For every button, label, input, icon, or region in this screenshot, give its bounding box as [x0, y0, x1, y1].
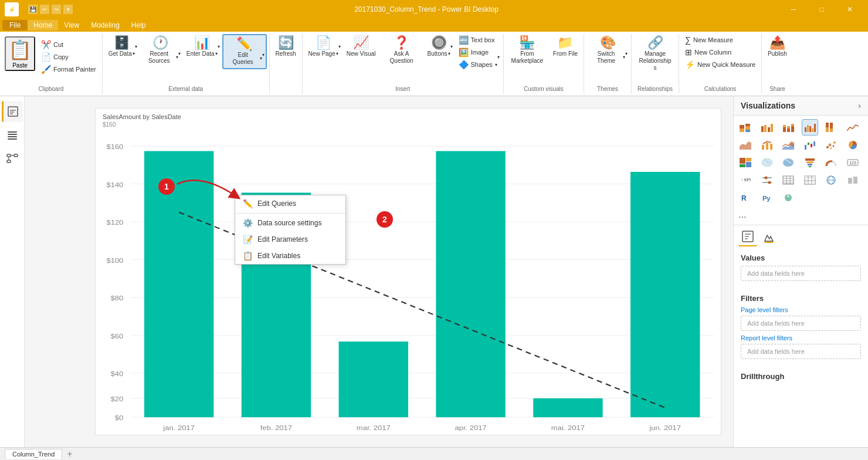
menu-home[interactable]: Home: [28, 20, 58, 31]
viz-icon-area[interactable]: [737, 137, 754, 153]
minimize-button[interactable]: ─: [780, 0, 807, 19]
viz-icon-line-col[interactable]: [759, 137, 775, 153]
viz-icon-clustered-col[interactable]: [802, 119, 818, 136]
refresh-button[interactable]: 🔄 Refresh: [272, 34, 300, 60]
new-visual-button[interactable]: 📈 New Visual: [343, 34, 379, 60]
viz-icon-filled-map[interactable]: [780, 154, 796, 171]
copy-button[interactable]: 📄 Copy: [38, 51, 100, 63]
edit-queries-dd-icon: ✏️: [242, 199, 253, 208]
cut-button[interactable]: ✂️ Cut: [38, 39, 100, 50]
sidebar-icon-report[interactable]: [2, 101, 23, 122]
undo-btn[interactable]: ↩: [40, 5, 49, 14]
svg-rect-31: [144, 151, 213, 417]
format-painter-button[interactable]: 🖌️ Format Painter: [38, 63, 100, 75]
viz-icon-scatter[interactable]: [823, 137, 839, 153]
new-column-button[interactable]: ⊞ New Column: [681, 46, 759, 58]
viz-icon-ribbon[interactable]: [780, 137, 796, 153]
textbox-button[interactable]: 🔤 Text box: [455, 34, 501, 46]
dropdown-item-edit-vars[interactable]: 📋 Edit Variables: [235, 248, 345, 264]
svg-rect-61: [809, 126, 811, 132]
get-data-button[interactable]: 🗄️ Get Data ▾: [105, 34, 138, 60]
sidebar-icon-relationships[interactable]: [2, 148, 23, 169]
menu-view[interactable]: View: [58, 20, 85, 31]
viz-icon-stacked-col[interactable]: [780, 119, 796, 136]
switch-theme-button[interactable]: 🎨 Switch Theme ▾: [586, 34, 629, 67]
format-painter-icon: 🖌️: [41, 65, 51, 74]
viz-icon-kpi[interactable]: ↑KPI: [737, 172, 754, 188]
dropdown-item-edit-queries[interactable]: ✏️ Edit Queries: [235, 195, 345, 212]
image-button[interactable]: 🖼️ Image: [455, 46, 501, 58]
viz-icon-stacked-bar[interactable]: [737, 119, 754, 136]
recent-sources-icon: 🕐: [152, 36, 168, 49]
from-file-icon: 📁: [557, 36, 573, 49]
svg-rect-46: [745, 124, 750, 126]
viz-icon-arcgis[interactable]: [780, 190, 796, 206]
viz-icon-gauge[interactable]: [823, 154, 839, 171]
viz-icon-100-stacked-col[interactable]: [823, 119, 839, 136]
viz-icon-line[interactable]: [845, 119, 861, 136]
viz-icon-clustered-bar[interactable]: [759, 119, 775, 136]
ribbon-group-themes: 🎨 Switch Theme ▾ Themes: [584, 34, 632, 93]
menu-help[interactable]: Help: [126, 20, 152, 31]
viz-icon-funnel[interactable]: [802, 154, 818, 171]
viz-icon-treemap[interactable]: [737, 154, 754, 171]
save-btn[interactable]: 💾: [28, 5, 38, 14]
viz-icon-r-visual[interactable]: R: [737, 190, 754, 206]
new-quick-measure-button[interactable]: ⚡ New Quick Measure: [681, 59, 759, 70]
viz-fields-tab[interactable]: [738, 228, 757, 246]
ask-question-button[interactable]: ❓ Ask A Question: [381, 34, 423, 67]
values-add-fields[interactable]: Add data fields here: [741, 266, 861, 281]
paste-button[interactable]: 📋 Paste: [5, 36, 35, 71]
page-level-filter-add[interactable]: Add data fields here: [741, 316, 861, 331]
viz-format-tab[interactable]: [760, 228, 778, 246]
canvas-area[interactable]: SalesAmount by SalesDate $160 $160 $140 …: [25, 96, 733, 447]
viz-icon-python[interactable]: Py: [759, 190, 775, 206]
expand-panel-button[interactable]: ›: [858, 101, 861, 110]
viz-icon-globe[interactable]: [823, 172, 839, 188]
recent-sources-button[interactable]: 🕐 Recent Sources ▾: [140, 34, 182, 67]
new-measure-button[interactable]: ∑ New Measure: [681, 34, 759, 46]
svg-rect-50: [764, 125, 767, 132]
dropdown-item-edit-params[interactable]: 📝 Edit Parameters: [235, 231, 345, 248]
page-tab-1[interactable]: Column_Trend: [5, 449, 62, 459]
more-visuals-button[interactable]: ···: [734, 209, 868, 225]
close-button[interactable]: ✕: [836, 0, 863, 19]
manage-relationships-button[interactable]: 🔗 Manage Relationships: [634, 34, 676, 74]
redo-btn[interactable]: ↪: [52, 5, 61, 14]
report-level-filter-add[interactable]: Add data fields here: [741, 344, 861, 359]
viz-icon-matrix[interactable]: [802, 172, 818, 188]
viz-icon-pie[interactable]: [845, 137, 861, 153]
viz-icon-slicer[interactable]: [759, 172, 775, 188]
maximize-button[interactable]: □: [808, 0, 835, 19]
svg-rect-62: [812, 128, 813, 132]
new-page-button[interactable]: 📄 New Page ▾: [305, 34, 342, 60]
ribbon-group-share: 📤 Publish Share: [762, 34, 793, 93]
publish-button[interactable]: 📤 Publish: [764, 34, 791, 60]
from-marketplace-button[interactable]: 🏪 From Marketplace: [506, 34, 548, 67]
back-btn[interactable]: ▾: [63, 5, 73, 14]
viz-icon-card[interactable]: 123: [845, 154, 861, 171]
get-data-icon: 🗄️: [114, 36, 130, 49]
ribbon-group-clipboard: 📋 Paste ✂️ Cut 📄 Copy: [0, 34, 103, 93]
copy-icon: 📄: [41, 52, 51, 62]
viz-icon-map[interactable]: [759, 154, 775, 171]
drillthrough-title: Drillthrough: [734, 367, 868, 383]
menu-bar: File Home View Modeling Help: [0, 19, 868, 32]
svg-rect-88: [806, 161, 813, 163]
viz-icon-waterfall[interactable]: [802, 137, 818, 153]
add-page-button[interactable]: +: [65, 449, 74, 459]
menu-modeling[interactable]: Modeling: [85, 20, 126, 31]
buttons-button[interactable]: 🔘 Buttons ▾: [424, 34, 454, 60]
svg-text:KPI: KPI: [744, 178, 751, 182]
dropdown-item-data-source[interactable]: ⚙️ Data source settings: [235, 215, 345, 231]
edit-queries-button[interactable]: ✏️ Edit Queries ▾: [222, 34, 267, 69]
shapes-button[interactable]: 🔷 Shapes ▾: [455, 59, 501, 70]
menu-file[interactable]: File: [2, 20, 28, 31]
sidebar-icon-data[interactable]: [2, 124, 23, 146]
window-controls: 💾 ↩ ↪ ▾: [28, 5, 73, 14]
from-file-button[interactable]: 📁 From File: [550, 34, 581, 60]
enter-data-button[interactable]: 📊 Enter Data ▾: [183, 34, 221, 60]
themes-items: 🎨 Switch Theme ▾: [586, 34, 629, 84]
viz-icon-table[interactable]: [780, 172, 796, 188]
viz-icon-placeholder6[interactable]: [845, 172, 861, 188]
